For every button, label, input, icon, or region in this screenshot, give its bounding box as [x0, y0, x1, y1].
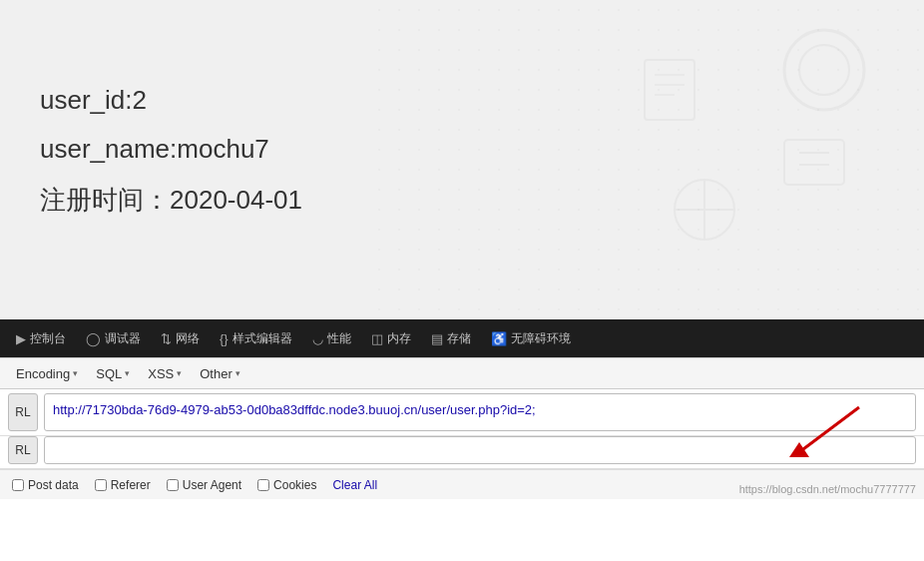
style-icon: {} — [220, 331, 229, 346]
xss-arrow-icon: ▾ — [177, 368, 182, 378]
devtools-storage[interactable]: ▤ 存储 — [423, 326, 479, 351]
other-arrow-icon: ▾ — [235, 368, 240, 378]
accessibility-icon: ♿ — [491, 331, 507, 346]
devtools-toolbar: ▶ 控制台 ◯ 调试器 ⇅ 网络 {} 样式编辑器 ◡ 性能 ◫ 内存 ▤ 存储… — [0, 319, 924, 357]
encoding-arrow-icon: ▾ — [73, 368, 78, 378]
devtools-accessibility[interactable]: ♿ 无障碍环境 — [483, 326, 579, 351]
devtools-network[interactable]: ⇅ 网络 — [153, 326, 208, 351]
devtools-debugger[interactable]: ◯ 调试器 — [78, 326, 149, 351]
user-agent-input[interactable] — [167, 479, 179, 491]
cookies-checkbox[interactable]: Cookies — [257, 478, 316, 492]
url-label-2: RL — [8, 436, 38, 464]
network-icon: ⇅ — [161, 331, 172, 346]
other-menu[interactable]: Other ▾ — [192, 363, 248, 384]
referer-input[interactable] — [95, 479, 107, 491]
url-input-box-2[interactable] — [44, 436, 916, 464]
register-time-display: 注册时间：2020-04-01 — [40, 183, 884, 218]
url-input-box[interactable]: http://71730bda-76d9-4979-ab53-0d0ba83df… — [44, 393, 916, 431]
performance-icon: ◡ — [312, 331, 323, 346]
url-label-1: RL — [8, 393, 38, 431]
url-input-wrapper: http://71730bda-76d9-4979-ab53-0d0ba83df… — [44, 393, 916, 431]
storage-icon: ▤ — [431, 331, 443, 346]
devtools-console[interactable]: ▶ 控制台 — [8, 326, 74, 351]
devtools-performance[interactable]: ◡ 性能 — [304, 326, 359, 351]
post-data-input[interactable] — [12, 479, 24, 491]
devtools-memory[interactable]: ◫ 内存 — [363, 326, 419, 351]
encoding-menu[interactable]: Encoding ▾ — [8, 363, 86, 384]
sql-arrow-icon: ▾ — [125, 368, 130, 378]
cookies-input[interactable] — [257, 479, 269, 491]
xss-menu[interactable]: XSS ▾ — [140, 363, 190, 384]
user-info-section: user_id:2 user_name:mochu7 注册时间：2020-04-… — [40, 85, 884, 236]
sql-menu[interactable]: SQL ▾ — [88, 363, 138, 384]
hackbar-menu-row: Encoding ▾ SQL ▾ XSS ▾ Other ▾ — [0, 357, 924, 389]
referer-checkbox[interactable]: Referer — [95, 478, 151, 492]
debugger-icon: ◯ — [86, 331, 101, 346]
url-row-1: RL http://71730bda-76d9-4979-ab53-0d0ba8… — [0, 389, 924, 435]
user-name-display: user_name:mochu7 — [40, 134, 884, 165]
post-data-checkbox[interactable]: Post data — [12, 478, 79, 492]
devtools-style-editor[interactable]: {} 样式编辑器 — [212, 326, 300, 351]
watermark-text: https://blog.csdn.net/mochu7777777 — [739, 483, 916, 495]
url-area: RL http://71730bda-76d9-4979-ab53-0d0ba8… — [0, 389, 924, 436]
clear-all-button[interactable]: Clear All — [332, 478, 377, 492]
user-agent-checkbox[interactable]: User Agent — [167, 478, 241, 492]
user-id-display: user_id:2 — [40, 85, 884, 116]
memory-icon: ◫ — [371, 331, 383, 346]
main-content-area: user_id:2 user_name:mochu7 注册时间：2020-04-… — [0, 0, 924, 319]
url-text: http://71730bda-76d9-4979-ab53-0d0ba83df… — [53, 402, 536, 417]
bottom-bar: Post data Referer User Agent Cookies Cle… — [0, 469, 924, 499]
console-icon: ▶ — [16, 331, 26, 346]
